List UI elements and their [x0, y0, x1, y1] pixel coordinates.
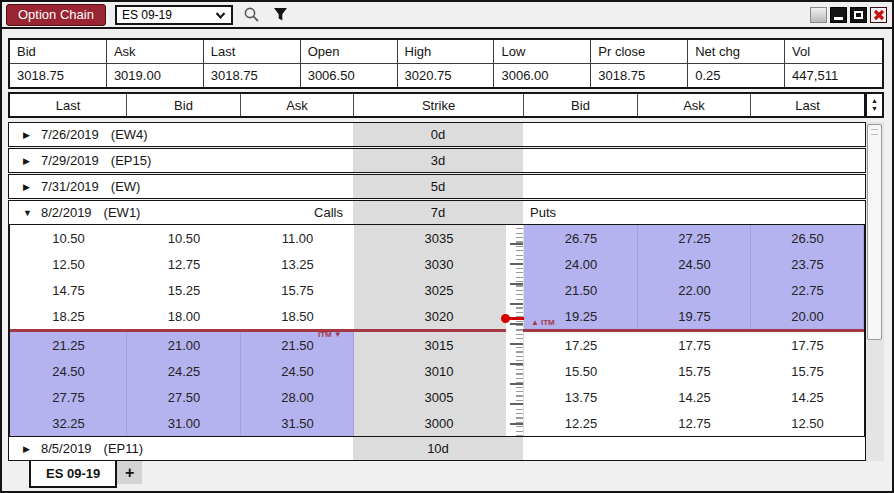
put-last-cell[interactable]: 20.00 [751, 303, 864, 329]
expand-arrow-icon[interactable]: ▶ [23, 130, 41, 140]
scroll-up-icon[interactable]: ▲ [871, 97, 878, 105]
itm-puts-flag: ▲ITM [531, 318, 555, 327]
expand-arrow-icon[interactable]: ▶ [23, 182, 41, 192]
put-last-cell[interactable]: 26.50 [751, 225, 864, 251]
option-chain-window: Option Chain ES 09-19 Bid Ask Last Open … [0, 0, 894, 493]
call-bid-cell[interactable]: 12.75 [127, 251, 241, 277]
expiry-date: 7/26/2019 [41, 127, 99, 142]
put-last-cell[interactable]: 15.75 [751, 358, 864, 384]
put-ask-cell[interactable]: 19.75 [638, 303, 751, 329]
expiry-code: (EP15) [111, 153, 151, 168]
scroll-down-icon[interactable]: ▼ [871, 105, 878, 113]
call-bid-cell[interactable]: 15.25 [127, 277, 241, 303]
window-extra-button[interactable] [810, 7, 827, 23]
put-bid-cell[interactable]: 21.50 [524, 277, 638, 303]
put-ask-cell[interactable]: 14.25 [638, 384, 751, 410]
put-ask-cell[interactable]: 15.75 [638, 358, 751, 384]
strike-cell: 3000 [354, 410, 524, 436]
days-to-expiry: 5d [353, 175, 523, 198]
call-last-cell[interactable]: 12.50 [10, 251, 127, 277]
quote-value-prclose: 3018.75 [591, 64, 688, 88]
strike-row-3015[interactable]: 21.25 21.00 21.50 3015 17.25 17.75 17.75 [10, 332, 864, 358]
expiry-row-8-5[interactable]: ▶ 8/5/2019 (EP11) 10d [8, 436, 866, 461]
call-ask-cell[interactable]: 31.50 [241, 410, 354, 436]
call-bid-cell[interactable]: 27.50 [127, 384, 241, 410]
add-tab-button[interactable]: + [117, 461, 142, 484]
call-bid-cell[interactable]: 10.50 [127, 225, 241, 251]
days-to-expiry: 10d [353, 437, 523, 460]
call-bid-cell[interactable]: 21.00 [127, 332, 241, 358]
days-to-expiry: 7d [353, 201, 523, 224]
put-last-cell[interactable]: 12.50 [751, 410, 864, 436]
put-ask-cell[interactable]: 22.00 [638, 277, 751, 303]
call-ask-cell[interactable]: 24.50 [241, 358, 354, 384]
put-bid-cell[interactable]: 15.50 [524, 358, 638, 384]
strike-row-3000[interactable]: 32.25 31.00 31.50 3000 12.25 12.75 12.50 [10, 410, 864, 436]
tab-es-09-19[interactable]: ES 09-19 [29, 461, 117, 488]
window-controls [810, 7, 887, 23]
symbol-dropdown[interactable]: ES 09-19 [115, 5, 233, 25]
put-last-cell[interactable]: 14.25 [751, 384, 864, 410]
expiry-row-8-2-expanded[interactable]: ▼ 8/2/2019 (EW1) Calls 7d Puts [8, 200, 866, 225]
call-last-cell[interactable]: 32.25 [10, 410, 127, 436]
collapse-arrow-icon[interactable]: ▼ [23, 208, 41, 218]
expand-arrow-icon[interactable]: ▶ [23, 156, 41, 166]
expiry-date: 8/5/2019 [41, 441, 92, 456]
strike-row-3035[interactable]: 10.50 10.50 11.00 3035 26.75 27.25 26.50 [10, 225, 864, 251]
put-last-cell[interactable]: 22.75 [751, 277, 864, 303]
call-last-cell[interactable]: 10.50 [10, 225, 127, 251]
scrollbar-thumb[interactable] [867, 124, 882, 340]
put-bid-cell[interactable]: 13.75 [524, 384, 638, 410]
strike-row-3005[interactable]: 27.75 27.50 28.00 3005 13.75 14.25 14.25 [10, 384, 864, 410]
quote-header: Low [494, 40, 591, 64]
days-to-expiry: 0d [353, 123, 523, 146]
call-ask-cell[interactable]: 11.00 [241, 225, 354, 251]
close-button[interactable] [870, 7, 887, 23]
search-icon[interactable] [242, 5, 262, 25]
call-bid-cell[interactable]: 31.00 [127, 410, 241, 436]
call-bid-cell[interactable]: 24.25 [127, 358, 241, 384]
window-title: Option Chain [6, 4, 106, 26]
put-ask-cell[interactable]: 24.50 [638, 251, 751, 277]
minimize-button[interactable] [830, 7, 847, 23]
put-bid-cell[interactable]: 12.25 [524, 410, 638, 436]
call-last-cell[interactable]: 21.25 [10, 332, 127, 358]
call-last-cell[interactable]: 18.25 [10, 303, 127, 329]
strike-row-3010[interactable]: 24.50 24.25 24.50 3010 15.50 15.75 15.75 [10, 358, 864, 384]
call-last-cell[interactable]: 24.50 [10, 358, 127, 384]
maximize-button[interactable] [850, 7, 867, 23]
expiry-date: 7/31/2019 [41, 179, 99, 194]
call-ask-cell[interactable]: 15.75 [241, 277, 354, 303]
put-bid-cell[interactable]: 17.25 [524, 332, 638, 358]
put-ask-cell[interactable]: 27.25 [638, 225, 751, 251]
call-last-cell[interactable]: 14.75 [10, 277, 127, 303]
filter-icon[interactable] [271, 5, 291, 25]
scroll-spinner[interactable]: ▲ ▼ [866, 92, 884, 118]
call-last-cell[interactable]: 27.75 [10, 384, 127, 410]
put-bid-cell[interactable]: 24.00 [524, 251, 638, 277]
vertical-scrollbar[interactable] [866, 122, 884, 461]
expiry-row-7-31[interactable]: ▶ 7/31/2019 (EW) 5d [8, 174, 866, 199]
strike-cell: 3025 [354, 277, 524, 303]
quote-header: Vol [785, 40, 882, 64]
put-last-cell[interactable]: 23.75 [751, 251, 864, 277]
strike-row-3020[interactable]: 18.25 18.00 18.50 3020 19.25 19.75 20.00 [10, 303, 864, 329]
put-ask-cell[interactable]: 12.75 [638, 410, 751, 436]
expiry-row-7-29[interactable]: ▶ 7/29/2019 (EP15) 3d [8, 148, 866, 173]
put-last-cell[interactable]: 17.75 [751, 332, 864, 358]
expiry-row-7-26[interactable]: ▶ 7/26/2019 (EW4) 0d [8, 122, 866, 147]
call-ask-cell[interactable]: 13.25 [241, 251, 354, 277]
call-ask-cell[interactable]: 28.00 [241, 384, 354, 410]
expand-arrow-icon[interactable]: ▶ [23, 444, 41, 454]
put-ask-cell[interactable]: 17.75 [638, 332, 751, 358]
chevron-down-icon [215, 8, 226, 22]
strike-cell: 3020 [354, 303, 524, 329]
quote-header: Ask [107, 40, 204, 64]
call-bid-cell[interactable]: 18.00 [127, 303, 241, 329]
strike-row-3030[interactable]: 12.50 12.75 13.25 3030 24.00 24.50 23.75 [10, 251, 864, 277]
strike-row-3025[interactable]: 14.75 15.25 15.75 3025 21.50 22.00 22.75 [10, 277, 864, 303]
put-bid-cell[interactable]: 26.75 [524, 225, 638, 251]
call-ask-cell[interactable]: 18.50 [241, 303, 354, 329]
quote-header: Open [301, 40, 398, 64]
expiry-code: (EP11) [104, 441, 144, 456]
